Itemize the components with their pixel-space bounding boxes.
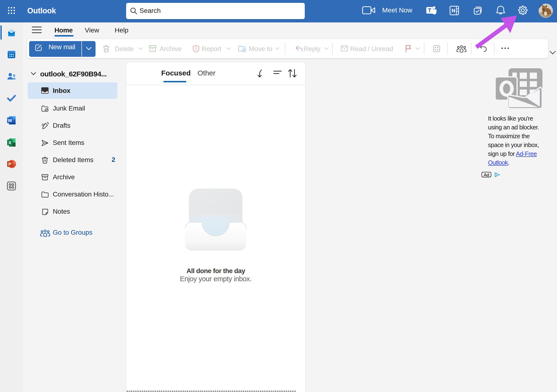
svg-text:P: P (8, 162, 11, 167)
svg-text:X: X (8, 140, 11, 145)
svg-text:W: W (8, 118, 12, 123)
